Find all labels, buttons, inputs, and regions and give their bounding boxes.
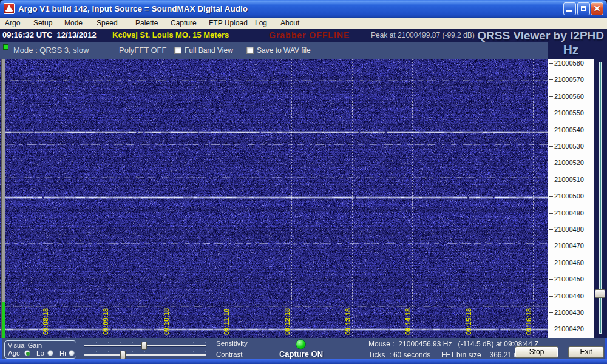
visual-gain-title: Visual Gain <box>8 342 42 349</box>
close-button[interactable]: ✕ <box>591 2 603 15</box>
hi-radio[interactable] <box>69 350 75 356</box>
save-to-wav-label: Save to WAV file <box>257 42 311 59</box>
menu-item-argo[interactable]: Argo <box>5 18 20 29</box>
frequency-tick-label: 21000430 <box>554 309 584 316</box>
agc-radio[interactable] <box>24 350 30 356</box>
frequency-tick-label: 21000570 <box>554 76 584 83</box>
buffer-indicator-track <box>1 59 5 338</box>
contrast-slider-track[interactable] <box>84 354 206 356</box>
menu-item-mode[interactable]: Mode <box>64 18 83 29</box>
app-window: Argo V1 build 142, Input Source = SoundM… <box>0 0 607 364</box>
menu-item-setup[interactable]: Setup <box>33 18 52 29</box>
window-border-bottom <box>0 359 607 364</box>
status-row-2: Mode : QRSS 3, slow PolyFFT OFF Full Ban… <box>0 42 548 59</box>
buffer-indicator-fill <box>2 302 5 338</box>
sensitivity-slider-thumb[interactable] <box>141 342 147 350</box>
lo-radio-label: Lo <box>36 349 44 357</box>
frequency-tick-label: 21000440 <box>554 292 584 300</box>
frequency-tick-label: 21000550 <box>554 109 584 116</box>
menu-item-capture[interactable]: Capture <box>171 18 197 29</box>
frequency-tick-label: 21000530 <box>554 143 584 150</box>
polyfft-readout: PolyFFT OFF <box>119 42 166 59</box>
frequency-slider-column <box>594 59 607 338</box>
hz-unit-label: Hz <box>548 42 594 58</box>
menu-item-log[interactable]: Log <box>255 18 267 29</box>
title-bar[interactable]: Argo V1 build 142, Input Source = SoundM… <box>0 0 607 18</box>
waterfall-spectrogram[interactable] <box>0 59 548 338</box>
capture-led-icon <box>296 339 306 349</box>
window-border-left <box>0 338 2 359</box>
frequency-slider-thumb[interactable] <box>595 289 605 298</box>
mouse-frequency-readout: Mouse : 21000456.93 Hz (-114.5 dB) at 09… <box>368 340 539 348</box>
contrast-slider-ticks <box>84 351 206 352</box>
frequency-tick-label: 21000480 <box>554 226 584 233</box>
contrast-label: Contrast <box>216 351 242 358</box>
frequency-tick-label: 21000540 <box>554 126 584 133</box>
lo-radio[interactable] <box>47 350 53 356</box>
menu-item-speed[interactable]: Speed <box>97 18 118 29</box>
exit-button[interactable]: Exit <box>568 346 604 358</box>
hi-radio-label: Hi <box>59 349 66 357</box>
station-label: Kc0vsj St. Louis MO. 15 Meters <box>112 29 229 42</box>
peak-readout: Peak at 21000499.87 (-99.2 dB) <box>371 29 475 42</box>
frequency-tick-label: 21000490 <box>554 209 584 217</box>
frequency-scale: 2100058021000570210005602100055021000540… <box>548 59 594 338</box>
argo-app-icon <box>4 3 15 14</box>
save-to-wav-checkbox[interactable] <box>246 47 254 54</box>
frequency-tick-label: 21000420 <box>554 325 584 332</box>
close-icon: ✕ <box>591 3 603 15</box>
menu-item-palette[interactable]: Palette <box>135 18 158 29</box>
full-band-view-label: Full Band View <box>185 42 233 59</box>
status-row-1: 09:16:32 UTC 12/13/2012 Kc0vsj St. Louis… <box>0 29 607 42</box>
sensitivity-label: Sensitivity <box>216 340 248 347</box>
mode-readout: Mode : QRSS 3, slow <box>13 42 89 59</box>
frequency-tick-label: 21000560 <box>554 93 584 100</box>
visual-gain-group: Visual Gain Agc Lo Hi <box>4 340 76 359</box>
frequency-tick-label: 21000500 <box>554 192 584 200</box>
grabber-status: Grabber OFFLINE <box>269 29 350 42</box>
frequency-tick-label: 21000470 <box>554 242 584 249</box>
full-band-view-checkbox[interactable] <box>174 47 181 54</box>
maximize-button[interactable] <box>577 2 590 15</box>
ticks-readout: Ticks : 60 seconds <box>368 351 430 359</box>
frequency-tick-label: 21000520 <box>554 159 584 166</box>
frequency-tick-label: 21000450 <box>554 275 584 283</box>
menu-item-ftp-upload[interactable]: FTP Upload <box>209 18 248 29</box>
stop-button[interactable]: Stop <box>515 346 558 358</box>
bottom-control-bar: Visual Gain Agc Lo Hi Sensitivity Contra… <box>0 338 607 359</box>
minimize-button[interactable] <box>563 2 576 15</box>
maximize-icon <box>581 6 586 11</box>
utc-clock: 09:16:32 UTC 12/13/2012 <box>2 29 97 42</box>
window-title: Argo V1 build 142, Input Source = SoundM… <box>18 0 248 18</box>
brand-label: QRSS Viewer by I2PHD <box>477 29 604 42</box>
menu-bar: ArgoSetupModeSpeedPaletteCaptureFTP Uplo… <box>0 18 607 29</box>
mode-led-icon <box>3 44 8 50</box>
frequency-tick-label: 21000580 <box>554 59 584 67</box>
unit-block: Hz <box>548 42 607 59</box>
frequency-tick-label: 21000510 <box>554 176 584 183</box>
contrast-slider-thumb[interactable] <box>120 351 126 359</box>
capture-status-label: Capture ON <box>273 349 329 359</box>
frequency-tick-label: 21000460 <box>554 259 584 266</box>
menu-item-about[interactable]: About <box>280 18 299 29</box>
agc-radio-label: Agc <box>8 349 20 357</box>
minimize-icon <box>566 10 572 12</box>
